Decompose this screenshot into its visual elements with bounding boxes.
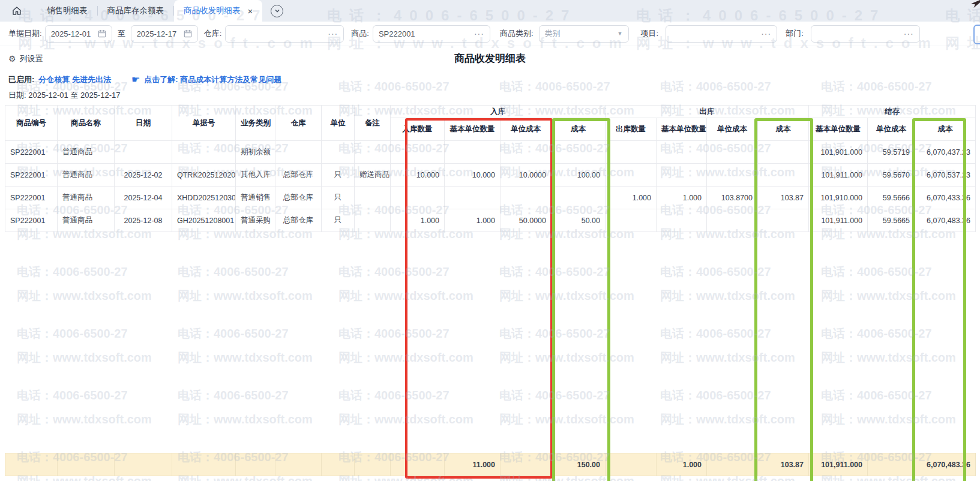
total-row: 11.000150.001.000103.87101,911.0006,070,… [5, 453, 976, 476]
table-cell: 2025-12-04 [115, 187, 172, 209]
table-cell: 6,070,537.23 [915, 164, 976, 187]
watermark-text: 电话：4006-6500-27 [338, 79, 449, 95]
table-cell: 10.0000 [501, 164, 552, 187]
table-cell: 50.00 [552, 209, 606, 232]
table-cell [707, 141, 758, 164]
total-cell [58, 453, 115, 476]
table-cell: 100.00 [552, 164, 606, 187]
calendar-icon[interactable] [98, 29, 106, 38]
help-link[interactable]: 点击了解: 商品成本计算方法及常见问题 [144, 74, 281, 85]
column-header[interactable]: 单位成本 [707, 118, 758, 141]
chevron-down-icon: ▼ [618, 31, 623, 37]
table-row[interactable]: SP222001普通商品2025-12-04XHDD20251203001普通销… [5, 187, 976, 209]
table-cell: 6,070,483.36 [915, 209, 976, 232]
table-cell: 59.5670 [868, 164, 915, 187]
table-cell [606, 164, 657, 187]
calendar-icon[interactable] [184, 29, 192, 38]
column-header[interactable]: 入库数量 [391, 118, 445, 141]
table-cell [707, 209, 758, 232]
ellipsis-icon[interactable]: ··· [474, 29, 484, 38]
table-cell [322, 141, 355, 164]
table-cell: SP222001 [5, 141, 58, 164]
column-header[interactable]: 单位成本 [868, 118, 915, 141]
department-input[interactable]: ··· [811, 25, 920, 43]
clipped-edge-button[interactable] [973, 25, 980, 44]
table-cell: 普通采购 [236, 209, 275, 232]
warehouse-input[interactable]: ··· [225, 25, 344, 43]
ellipsis-icon[interactable]: ··· [328, 29, 338, 38]
table-row[interactable]: SP222001普通商品2025-12-02QTRK20251202001其他入… [5, 164, 976, 187]
product-label: 商品: [351, 28, 369, 39]
table-cell: SP222001 [5, 209, 58, 232]
category-select[interactable]: 类别 ▼ [539, 25, 629, 43]
table-cell [445, 141, 501, 164]
table-row[interactable]: SP222001普通商品期初余额101,901.00059.57196,070,… [5, 141, 976, 164]
table-cell: 6,070,433.36 [915, 187, 976, 209]
table-cell: 普通商品 [58, 209, 115, 232]
ellipsis-icon[interactable]: ··· [761, 29, 771, 38]
table-cell: 总部仓库 [275, 209, 322, 232]
total-cell [355, 453, 391, 476]
table-cell: 普通销售 [236, 187, 275, 209]
column-header[interactable]: 单据号 [172, 106, 236, 141]
tab-sales-detail[interactable]: 销售明细表 [37, 0, 97, 22]
column-header[interactable]: 商品名称 [58, 106, 115, 141]
column-header[interactable]: 基本单位数量 [809, 118, 868, 141]
column-header[interactable]: 基本单位数量 [657, 118, 707, 141]
table-cell [391, 141, 445, 164]
project-input[interactable]: ··· [666, 25, 777, 43]
cost-method-link[interactable]: 分仓核算 先进先出法 [38, 74, 111, 85]
table-cell: 1.000 [445, 209, 501, 232]
total-cell [868, 453, 915, 476]
table-cell [355, 141, 391, 164]
date-label: 单据日期: [8, 28, 42, 39]
table-cell: 期初余额 [236, 141, 275, 164]
table-cell: 总部仓库 [275, 164, 322, 187]
table-cell: 10.000 [445, 164, 501, 187]
total-cell [275, 453, 322, 476]
tab-list-dropdown[interactable] [271, 5, 283, 17]
table-cell: 赠送商品 [355, 164, 391, 187]
home-icon[interactable] [10, 4, 24, 18]
column-header[interactable]: 日期 [115, 106, 172, 141]
date-to-input[interactable]: 2025-12-17 [131, 25, 198, 43]
table-cell: 其他入库 [236, 164, 275, 187]
total-cell [322, 453, 355, 476]
column-header[interactable]: 备注 [355, 106, 391, 141]
column-header[interactable]: 成本 [552, 118, 606, 141]
group-header: 入库 [391, 106, 606, 118]
column-header[interactable]: 仓库 [275, 106, 322, 141]
product-value: SP222001 [379, 29, 415, 38]
table-cell: 50.0000 [501, 209, 552, 232]
column-header[interactable]: 基本单位数量 [445, 118, 501, 141]
watermark-text: 电话：4006-6500-27 [499, 79, 610, 95]
table-cell [606, 141, 657, 164]
enabled-label: 已启用: [8, 74, 34, 85]
category-value: 类别 [545, 28, 561, 39]
column-header[interactable]: 业务类别 [236, 106, 275, 141]
watermark-text: 电话：4006-6500-27 [821, 79, 932, 95]
table-row[interactable]: SP222001普通商品2025-12-08GH20251208001普通采购总… [5, 209, 976, 232]
total-cell: 1.000 [657, 453, 707, 476]
column-header[interactable]: 单位 [322, 106, 355, 141]
table-cell [115, 141, 172, 164]
table-cell [172, 141, 236, 164]
table-cell [758, 209, 809, 232]
column-header[interactable]: 商品编号 [5, 106, 58, 141]
product-input[interactable]: SP222001 ··· [373, 25, 490, 43]
table-cell: 只 [322, 209, 355, 232]
total-cell [172, 453, 236, 476]
total-cell: 101,911.000 [809, 453, 868, 476]
column-header[interactable]: 成本 [758, 118, 809, 141]
column-header[interactable]: 出库数量 [606, 118, 657, 141]
tab-stock-balance[interactable]: 商品库存余额表 [98, 0, 174, 22]
date-from-input[interactable]: 2025-12-01 [45, 25, 112, 43]
ellipsis-icon[interactable]: ··· [904, 29, 914, 38]
table-cell [275, 141, 322, 164]
column-header[interactable]: 成本 [915, 118, 976, 141]
table-cell: 普通商品 [58, 141, 115, 164]
tab-goods-in-out-detail[interactable]: 商品收发明细表 × [174, 0, 262, 22]
close-icon[interactable]: × [248, 7, 253, 16]
column-header[interactable]: 单位成本 [501, 118, 552, 141]
total-cell [115, 453, 172, 476]
